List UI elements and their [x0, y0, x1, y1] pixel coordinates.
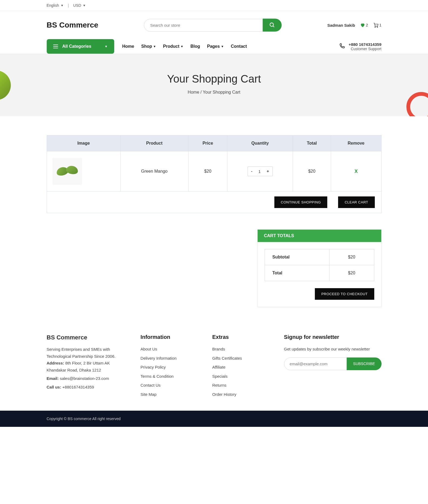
footer-newsletter-col: Signup for newsletter Get updates by sub…	[284, 334, 382, 400]
newsletter-input[interactable]	[284, 357, 347, 370]
th-remove: Remove	[331, 135, 381, 151]
currency-selector[interactable]: USD ▼	[73, 3, 86, 8]
table-row: Green Mango $20 - 1 + $20 X	[47, 151, 381, 192]
subtotal-label: Subtotal	[265, 249, 329, 265]
footer-link-sitemap[interactable]: Site Map	[140, 391, 196, 398]
totals-row-total: Total $20	[265, 265, 374, 281]
totals-row-subtotal: Subtotal $20	[265, 249, 374, 265]
footer-link-privacy[interactable]: Privacy Policy	[140, 364, 196, 371]
remove-button[interactable]: X	[355, 169, 358, 174]
search-input[interactable]	[144, 19, 263, 32]
cart-table: Image Product Price Quantity Total Remov…	[47, 135, 382, 192]
breadcrumb: Home / Your Shopping Cart	[0, 90, 428, 95]
nav-home[interactable]: Home	[122, 44, 134, 49]
footer-link-returns[interactable]: Returns	[212, 382, 268, 389]
logo[interactable]: BS Commerce	[47, 21, 98, 29]
footer-link-about[interactable]: About Us	[140, 346, 196, 353]
page-title: Your Shopping Cart	[0, 73, 428, 85]
product-price: $20	[188, 151, 227, 192]
product-total: $20	[293, 151, 331, 192]
totals-header: CART TOTALS	[258, 230, 381, 242]
th-total: Total	[293, 135, 331, 151]
chevron-down-icon: ▼	[83, 4, 86, 7]
continue-shopping-button[interactable]: CONTINUE SHOPPING	[274, 196, 328, 208]
total-label: Total	[265, 265, 329, 281]
footer-brand-col: BS Commerce Serving Enterprises and SMEs…	[47, 334, 124, 400]
hero-decoration-right	[406, 92, 428, 116]
th-quantity: Quantity	[227, 135, 293, 151]
newsletter-header: Signup for newsletter	[284, 334, 382, 340]
checkout-button[interactable]: PROCEED TO CHECKOUT	[315, 288, 374, 300]
currency-label: USD	[73, 3, 81, 8]
svg-point-3	[377, 27, 378, 28]
wishlist-link[interactable]: 2	[360, 22, 368, 28]
footer-link-specials[interactable]: Specials	[212, 373, 268, 380]
call-value: +8801674314359	[62, 385, 94, 389]
hero: Your Shopping Cart Home / Your Shopping …	[0, 54, 428, 116]
nav-pages[interactable]: Pages▼	[207, 44, 224, 49]
th-image: Image	[47, 135, 120, 151]
nav-row: All Categories ▼ Home Shop▼ Product▼ Blo…	[0, 39, 428, 54]
extras-header: Extras	[212, 334, 268, 340]
copyright-text: Copyright © BS commerce All right reserv…	[47, 417, 121, 421]
heart-icon	[360, 22, 365, 28]
footer-link-delivery[interactable]: Delivery Information	[140, 355, 196, 362]
support-label: Customer Support	[349, 47, 381, 51]
svg-point-2	[375, 27, 376, 28]
table-header-row: Image Product Price Quantity Total Remov…	[47, 135, 381, 151]
email-value: sales@brainstation-23.com	[60, 376, 109, 381]
newsletter-sub: Get updates by subscribe our weekly news…	[284, 346, 382, 353]
categories-label: All Categories	[62, 44, 92, 49]
footer-tagline: Serving Enterprises and SMEs with Techno…	[47, 346, 124, 360]
nav-product[interactable]: Product▼	[163, 44, 183, 49]
footer-extras-col: Extras Brands Gifts Certificates Affilia…	[212, 334, 268, 400]
subscribe-button[interactable]: SUBSCRIBE	[347, 357, 382, 370]
footer-logo: BS Commerce	[47, 334, 124, 341]
breadcrumb-home[interactable]: Home	[188, 90, 199, 94]
cart-icon	[373, 22, 379, 28]
header-right: Sadman Sakib 2 1	[327, 22, 381, 28]
clear-cart-button[interactable]: CLEAR CART	[338, 196, 375, 208]
subtotal-value: $20	[329, 249, 374, 265]
footer-link-orders[interactable]: Order History	[212, 391, 268, 398]
footer: BS Commerce Serving Enterprises and SMEs…	[0, 318, 428, 411]
footer-link-gifts[interactable]: Gifts Certificates	[212, 355, 268, 362]
th-price: Price	[188, 135, 227, 151]
main-nav: Home Shop▼ Product▼ Blog Pages▼ Contact	[122, 44, 247, 49]
nav-contact[interactable]: Contact	[231, 44, 247, 49]
cart-section: Image Product Price Quantity Total Remov…	[0, 116, 428, 318]
support-block: +880 1674314359 Customer Support	[339, 42, 381, 51]
footer-link-contact[interactable]: Contact Us	[140, 382, 196, 389]
chevron-down-icon: ▼	[153, 45, 156, 48]
quantity-stepper: - 1 +	[248, 166, 273, 176]
copyright-bar: Copyright © BS commerce All right reserv…	[0, 411, 428, 427]
totals-card: CART TOTALS Subtotal $20 Total $20	[257, 229, 382, 307]
language-selector[interactable]: English ▼	[47, 3, 64, 8]
nav-shop[interactable]: Shop▼	[141, 44, 156, 49]
newsletter-form: SUBSCRIBE	[284, 357, 382, 370]
topbar: English ▼ | USD ▼	[0, 0, 428, 11]
support-phone: +880 1674314359	[349, 42, 381, 47]
search-button[interactable]	[263, 19, 282, 32]
footer-link-affiliate[interactable]: Affiliate	[212, 364, 268, 371]
qty-increase-button[interactable]: +	[263, 167, 272, 176]
call-label: Call us:	[47, 385, 61, 389]
cart-link[interactable]: 1	[373, 22, 382, 28]
username[interactable]: Sadman Sakib	[327, 23, 355, 28]
qty-decrease-button[interactable]: -	[248, 167, 256, 176]
hamburger-icon	[53, 45, 58, 48]
search-icon	[269, 22, 275, 28]
product-name: Green Mango	[120, 151, 188, 192]
nav-blog[interactable]: Blog	[190, 44, 200, 49]
svg-point-0	[270, 23, 274, 26]
footer-info-col: Information About Us Delivery Informatio…	[140, 334, 196, 400]
cart-count: 1	[379, 23, 382, 27]
svg-line-1	[273, 26, 274, 27]
categories-button[interactable]: All Categories ▼	[47, 39, 114, 54]
divider: |	[68, 3, 69, 8]
info-header: Information	[140, 334, 196, 340]
footer-link-terms[interactable]: Terms & Condition	[140, 373, 196, 380]
footer-link-brands[interactable]: Brands	[212, 346, 268, 353]
total-value: $20	[329, 265, 374, 281]
language-label: English	[47, 3, 59, 8]
